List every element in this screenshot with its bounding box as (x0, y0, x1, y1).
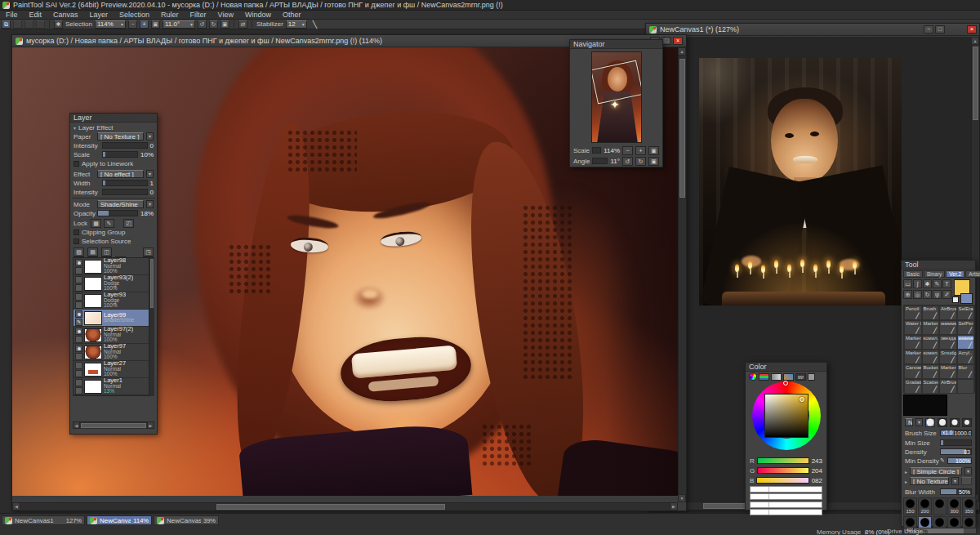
nav-zoom-reset-button[interactable]: ▣ (648, 146, 659, 155)
size-preset-150[interactable]: 150 (903, 497, 917, 515)
menu-selection[interactable]: Selection (114, 11, 155, 20)
layer-thumbnail[interactable] (84, 277, 102, 291)
nav-angle-slider[interactable] (592, 158, 608, 164)
new-mask-button[interactable]: ◫ (101, 247, 112, 256)
brush-shape-select[interactable]: [ Simple Circle ] (910, 467, 962, 475)
visibility-eye-icon[interactable] (75, 328, 82, 335)
size-unit-chip[interactable]: x1.0 (941, 430, 954, 436)
layer-panel-hscrollbar[interactable]: ◀ ▶ (73, 421, 154, 429)
layer-thumbnail[interactable] (84, 260, 102, 274)
minimize-button[interactable]: − (924, 25, 933, 33)
brush-canvas-acryl[interactable]: Canvas Acryl╱ (904, 364, 922, 379)
lock-pen-icon[interactable]: ✎ (104, 219, 114, 228)
move-tool[interactable]: ⊕ (903, 290, 912, 299)
brush-smudge[interactable]: Smudge╱ (939, 350, 957, 364)
brush-airbrush2[interactable]: AirBrush╱ (939, 379, 957, 394)
rotate-ccw-button[interactable]: ↺ (198, 20, 207, 29)
navigator-view-rect[interactable] (591, 60, 642, 105)
stabilizer-select[interactable]: 12▾ (286, 20, 307, 29)
mode-dropdown-icon[interactable]: ▾ (146, 200, 154, 208)
eyedropper-tool[interactable]: ✐ (942, 290, 951, 299)
brush-size-slider[interactable]: x1.0 1000.0 (940, 430, 972, 436)
magic-wand-tool[interactable]: ✱ (923, 279, 932, 288)
g-slider[interactable] (757, 467, 808, 474)
min-density-slider[interactable]: 100% (947, 457, 972, 464)
left-window-vscrollbar[interactable]: ▲ ▼ (678, 47, 686, 502)
flip-button[interactable]: ⇄ (238, 20, 247, 29)
left-window-hscrollbar[interactable]: ◀ ▶ (12, 502, 678, 510)
menu-view[interactable]: View (212, 11, 239, 20)
brush-custom4-selected[interactable]: ммммм..╱ (957, 335, 975, 350)
navigator-title[interactable]: Navigator (570, 40, 662, 49)
visibility-eye-icon[interactable] (75, 293, 82, 301)
layer-row-layer97[interactable]: Layer97Normal100% (74, 344, 154, 361)
color-panel-title[interactable]: Color (746, 363, 826, 372)
layer-row-layer93[interactable]: Layer93Dodge100% (74, 292, 154, 310)
menu-window[interactable]: Window (239, 11, 277, 20)
shape-dropdown-icon[interactable]: ▾ (964, 467, 972, 475)
width-slider[interactable] (102, 180, 148, 186)
brush-gradation[interactable]: Gradation╱ (904, 379, 922, 394)
brush-custom3[interactable]: звезда╱ (939, 335, 957, 350)
angle-select[interactable]: 11.0°▾ (163, 20, 195, 29)
brush-texture-select[interactable]: [ No Texture ] (910, 477, 949, 485)
rgb-sliders-icon[interactable] (759, 373, 769, 381)
lasso-tool[interactable]: ʃ (913, 279, 922, 288)
brush-brush[interactable]: Brush╱ (922, 305, 940, 320)
brush-scatter[interactable]: Scatter╱ (922, 379, 940, 394)
cut-button[interactable] (24, 20, 33, 29)
layer-row-layer27[interactable]: Layer27Normal100% (74, 361, 154, 378)
select-pen-tool[interactable]: ✎ (933, 279, 942, 288)
menu-layer[interactable]: Layer (84, 11, 114, 20)
tertiary-color-swatch[interactable] (960, 293, 973, 304)
brush-tip-2[interactable] (938, 418, 947, 427)
panel-option-button[interactable]: ◳ (143, 247, 154, 256)
brush-airbrush[interactable]: AirBrush╱ (939, 305, 957, 320)
rotate-tool[interactable]: ↻ (923, 290, 932, 299)
texture-strength-select[interactable] (961, 477, 972, 485)
zoom-in-button[interactable]: + (140, 20, 149, 29)
brush-watercolor[interactable]: Water Color╱ (904, 320, 922, 335)
rect-select-tool[interactable]: ▭ (903, 279, 912, 288)
menu-filter[interactable]: Filter (185, 11, 212, 20)
lock-position-icon[interactable]: ◰ (123, 219, 134, 228)
canvas-tab-newcanvas2-active[interactable]: NewCanvas2mrnr_...114% (87, 515, 152, 525)
layer-thumbnail[interactable] (84, 363, 102, 377)
brush-marker3[interactable]: Marker╱ (904, 350, 922, 364)
b-slider[interactable] (756, 477, 808, 484)
brush-selera[interactable]: SelEra╱ (957, 305, 975, 320)
canvas-tab-newcanvas1[interactable]: NewCanvas1127% (2, 515, 85, 525)
layer-row-layer93-2[interactable]: Layer93(2)Dodge100% (74, 275, 154, 292)
close-button[interactable]: × (967, 25, 977, 33)
brush-marker2[interactable]: Marker╱ (904, 335, 922, 350)
visibility-eye-icon[interactable] (75, 276, 82, 283)
angle-reset-button[interactable]: ▣ (220, 20, 229, 29)
text-tool[interactable]: T (942, 279, 951, 288)
secondary-color-swatch[interactable] (952, 296, 959, 303)
density-slider[interactable]: 83 (940, 448, 972, 455)
clipping-group-checkbox[interactable] (74, 230, 79, 235)
menu-edit[interactable]: Edit (24, 11, 48, 20)
nav-zoom-out-button[interactable]: − (622, 146, 633, 155)
visibility-eye-icon[interactable] (75, 362, 82, 369)
visibility-eye-icon[interactable] (75, 379, 82, 386)
hand-tool[interactable]: ψ (933, 290, 942, 299)
tool-tab-basic[interactable]: Basic (903, 270, 923, 278)
zoom-reset-button[interactable]: ▣ (151, 20, 160, 29)
canvas-tab-newcanvas2b[interactable]: NewCanvas2mrnr_...39% (154, 515, 219, 525)
layer-list-scrollbar[interactable] (149, 257, 154, 396)
paint-mode-dropdown-icon[interactable]: ▾ (915, 418, 923, 426)
pressure-pen-icon[interactable]: ✎ (940, 457, 945, 464)
blur-width-slider[interactable]: 50% (940, 488, 972, 495)
layer-row-layer1[interactable]: Layer1Normal13% (74, 378, 154, 395)
zoom-select[interactable]: 114%▾ (95, 20, 126, 29)
selection-mode-icon[interactable]: ✱ (54, 20, 63, 29)
menu-canvas[interactable]: Canvas (47, 11, 84, 20)
visibility-eye-icon[interactable] (75, 310, 82, 318)
min-size-slider[interactable] (940, 439, 972, 446)
close-button[interactable]: × (673, 37, 683, 45)
tool-tab-ver2[interactable]: Ver.2 (946, 270, 964, 278)
paper-dropdown-icon[interactable]: ▾ (146, 132, 154, 140)
brush-bucket[interactable]: Bucket╱ (922, 364, 940, 379)
layer-thumbnail[interactable] (84, 311, 102, 325)
